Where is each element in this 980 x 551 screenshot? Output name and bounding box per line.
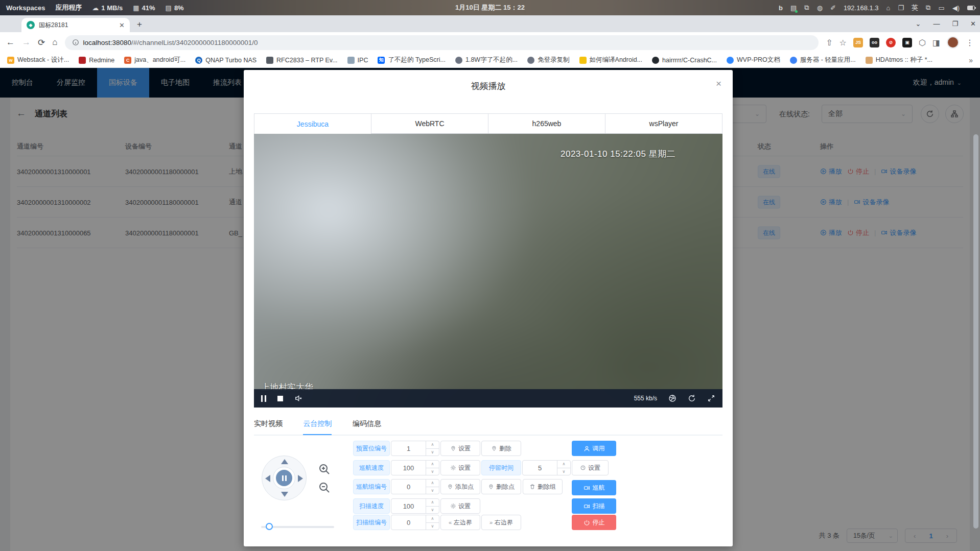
extension-dark-icon[interactable]: ▣ bbox=[902, 38, 912, 47]
zoom-out-button[interactable] bbox=[318, 482, 331, 494]
tab-search-icon[interactable]: ⌄ bbox=[916, 20, 921, 28]
battery-icon[interactable] bbox=[967, 6, 975, 10]
step-up-icon[interactable]: ∧ bbox=[426, 461, 439, 468]
ptz-speed-slider[interactable] bbox=[261, 526, 334, 528]
step-up-icon[interactable]: ∧ bbox=[426, 515, 439, 522]
bookmark-item[interactable]: 免登录复制 bbox=[527, 56, 570, 64]
snapshot-aperture-icon[interactable] bbox=[668, 394, 676, 402]
jar-tray-icon[interactable]: ◍ bbox=[817, 4, 823, 12]
stay-time-input[interactable]: 5∧∨ bbox=[522, 460, 571, 475]
tab-live-video[interactable]: 实时视频 bbox=[254, 419, 283, 434]
dialog-close-icon[interactable]: × bbox=[716, 78, 721, 89]
bookmarks-overflow-chevron[interactable]: » bbox=[969, 56, 980, 64]
zoom-in-button[interactable] bbox=[318, 463, 331, 475]
tab-jessibuca[interactable]: Jessibuca bbox=[254, 113, 371, 134]
preset-delete-button[interactable]: 删除 bbox=[481, 441, 521, 456]
step-up-icon[interactable]: ∧ bbox=[426, 441, 439, 448]
step-down-icon[interactable]: ∨ bbox=[557, 468, 570, 475]
back-button[interactable]: ← bbox=[6, 37, 15, 47]
clock[interactable]: 1月10日 星期二 15：22 bbox=[455, 3, 525, 12]
cruise-speed-input[interactable]: 100∧∨ bbox=[391, 460, 439, 475]
forward-button[interactable]: → bbox=[22, 37, 31, 47]
slider-thumb[interactable] bbox=[266, 523, 273, 530]
address-bar[interactable]: localhost:38080/#/channelList/3402000000… bbox=[65, 35, 819, 50]
ptz-center-pause-button[interactable] bbox=[276, 470, 292, 486]
page-scrollbar[interactable] bbox=[973, 134, 978, 529]
share-icon[interactable]: ⇧ bbox=[826, 38, 832, 47]
number-stepper[interactable]: ∧∨ bbox=[426, 461, 439, 475]
cruise-group-input[interactable]: 0∧∨ bbox=[391, 479, 439, 494]
bookmark-item[interactable]: 服务器 - 轻量应用... bbox=[790, 56, 856, 64]
volume-icon[interactable]: ◀) bbox=[952, 4, 960, 12]
side-panel-icon[interactable]: ◨ bbox=[932, 38, 940, 47]
close-window-icon[interactable]: ✕ bbox=[970, 20, 976, 28]
left-boundary-button[interactable]: «左边界 bbox=[440, 515, 480, 530]
ptz-down-arrow[interactable] bbox=[281, 492, 288, 497]
notes-app-tray-icon[interactable]: ▤ bbox=[790, 4, 797, 12]
bookmark-item[interactable]: 知了不起的 TypeScri... bbox=[378, 56, 446, 64]
preset-number-input[interactable]: 1∧∨ bbox=[391, 441, 439, 456]
scan-speed-input[interactable]: 100∧∨ bbox=[391, 498, 439, 514]
bookmark-item[interactable]: 如何编译Android... bbox=[579, 56, 643, 64]
reload-button[interactable]: ⟳ bbox=[38, 37, 45, 48]
ptz-up-arrow[interactable] bbox=[281, 459, 288, 464]
step-down-icon[interactable]: ∨ bbox=[426, 487, 439, 494]
volume-muted-icon[interactable] bbox=[294, 394, 302, 402]
step-up-icon[interactable]: ∧ bbox=[557, 461, 570, 468]
tab-h265web[interactable]: h265web bbox=[488, 113, 605, 134]
extension-oo-icon[interactable]: oo bbox=[870, 38, 879, 47]
delete-group-button[interactable]: 删除组 bbox=[523, 479, 563, 494]
site-info-icon[interactable] bbox=[72, 39, 79, 46]
bing-tray-icon[interactable]: b bbox=[779, 4, 783, 12]
bookmark-item[interactable]: WVP-PRO文档 bbox=[727, 56, 780, 64]
tool-tray-icon[interactable]: ✐ bbox=[830, 4, 836, 12]
ptz-right-arrow[interactable] bbox=[298, 475, 303, 482]
ptz-direction-pad[interactable] bbox=[262, 456, 307, 500]
bookmark-item[interactable]: hairrrrr/C-CrashC... bbox=[652, 57, 717, 64]
new-tab-button[interactable]: + bbox=[137, 19, 142, 30]
ptz-left-arrow[interactable] bbox=[265, 475, 270, 482]
step-down-icon[interactable]: ∨ bbox=[426, 468, 439, 475]
window-switcher-icon[interactable]: ❐ bbox=[898, 4, 904, 12]
bookmark-item[interactable]: Cjava、android可... bbox=[124, 56, 185, 64]
home-tray-icon[interactable]: ⌂ bbox=[886, 4, 891, 12]
bookmark-item[interactable]: Redmine bbox=[79, 57, 114, 64]
video-player[interactable]: 2023-01-10 15:22:05 星期二 上地村实大华 555 kb/s bbox=[254, 134, 722, 408]
number-stepper[interactable]: ∧∨ bbox=[426, 499, 439, 513]
stop-ptz-button[interactable]: 停止 bbox=[572, 515, 616, 530]
number-stepper[interactable]: ∧∨ bbox=[426, 515, 439, 530]
scan-button[interactable]: 扫描 bbox=[572, 498, 616, 514]
bookmark-item[interactable]: QQNAP Turbo NAS bbox=[195, 57, 256, 64]
clipboard-tray-icon[interactable]: ⧉ bbox=[804, 4, 809, 12]
step-down-icon[interactable]: ∨ bbox=[426, 522, 439, 530]
tab-close-icon[interactable]: ✕ bbox=[119, 21, 125, 29]
scan-group-input[interactable]: 0∧∨ bbox=[391, 515, 439, 530]
applications-menu[interactable]: 应用程序 bbox=[55, 3, 82, 12]
preset-set-button[interactable]: 设置 bbox=[440, 441, 480, 456]
extensions-puzzle-icon[interactable]: ⬡ bbox=[919, 38, 926, 47]
stay-time-set-button[interactable]: 设置 bbox=[572, 460, 609, 475]
display-icon[interactable]: ▭ bbox=[938, 4, 944, 12]
step-up-icon[interactable]: ∧ bbox=[426, 499, 439, 506]
bookmark-item[interactable]: 1.8W字了不起的... bbox=[455, 56, 518, 64]
add-point-button[interactable]: 添加点 bbox=[440, 479, 480, 494]
extension-red-icon[interactable]: ⊘ bbox=[886, 38, 896, 47]
delete-point-button[interactable]: 删除点 bbox=[481, 479, 521, 494]
bookmark-item[interactable]: RFC2833 – RTP Ev... bbox=[266, 57, 338, 64]
stop-button[interactable] bbox=[277, 396, 283, 401]
preset-call-button[interactable]: 调用 bbox=[572, 441, 616, 456]
bookmark-item[interactable]: wWebstack - 设计... bbox=[7, 56, 69, 64]
pause-button[interactable] bbox=[261, 395, 266, 402]
tab-webrtc[interactable]: WebRTC bbox=[371, 113, 488, 134]
number-stepper[interactable]: ∧∨ bbox=[426, 480, 439, 494]
number-stepper[interactable]: ∧∨ bbox=[557, 461, 570, 475]
right-boundary-button[interactable]: »右边界 bbox=[481, 515, 521, 530]
tab-ptz-control[interactable]: 云台控制 bbox=[303, 419, 332, 435]
profile-avatar[interactable] bbox=[947, 36, 959, 49]
step-down-icon[interactable]: ∨ bbox=[426, 448, 439, 456]
reload-stream-icon[interactable] bbox=[688, 394, 696, 402]
minimize-window-icon[interactable]: — bbox=[933, 20, 940, 28]
maximize-window-icon[interactable]: ❐ bbox=[952, 20, 958, 28]
step-down-icon[interactable]: ∨ bbox=[426, 506, 439, 514]
number-stepper[interactable]: ∧∨ bbox=[426, 441, 439, 456]
